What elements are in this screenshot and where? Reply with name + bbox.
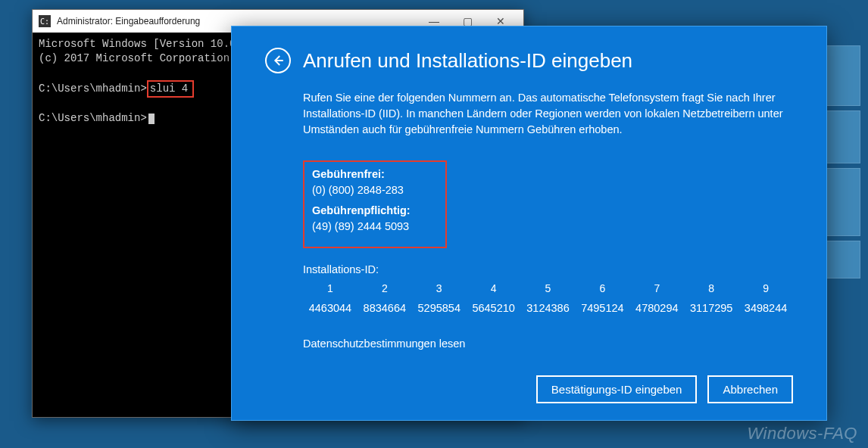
iid-header: 1 <box>303 281 358 296</box>
iid-header: 8 <box>684 281 738 296</box>
cmd-prompt: C:\Users\mhadmin> <box>39 112 147 124</box>
iid-value: 4463044 <box>303 300 358 316</box>
installation-id-table: 1446304428834664352958544564521053124386… <box>303 281 793 316</box>
cmd-icon: C: <box>39 15 51 27</box>
confirm-id-button[interactable]: Bestätigungs-ID eingeben <box>536 375 698 403</box>
cmd-title-text: Administrator: Eingabeaufforderung <box>57 16 417 26</box>
iid-header: 6 <box>575 281 629 296</box>
iid-value: 3124386 <box>521 300 576 316</box>
cmd-command-highlight: slui 4 <box>147 80 194 98</box>
toll-free-label: Gebührenfrei: <box>312 166 438 182</box>
watermark: Windows-FAQ <box>748 424 857 443</box>
iid-value: 7495124 <box>575 300 629 316</box>
back-button[interactable] <box>265 48 291 73</box>
iid-value: 8834664 <box>358 300 412 316</box>
iid-column: 74780294 <box>629 281 684 316</box>
dialog-title: Anrufen und Installations-ID eingeben <box>303 49 632 73</box>
iid-header: 7 <box>629 281 684 296</box>
iid-value: 3117295 <box>684 300 738 316</box>
iid-column: 14463044 <box>303 281 358 316</box>
iid-column: 67495124 <box>575 281 629 316</box>
iid-header: 4 <box>467 281 521 296</box>
iid-column: 93498244 <box>738 281 793 316</box>
activation-dialog: Anrufen und Installations-ID eingeben Ru… <box>231 26 827 421</box>
privacy-link[interactable]: Datenschutzbestimmungen lesen <box>303 336 793 352</box>
dialog-description: Rufen Sie eine der folgenden Nummern an.… <box>303 90 788 138</box>
cursor-icon <box>148 114 155 124</box>
iid-header: 5 <box>521 281 576 296</box>
iid-value: 5645210 <box>467 300 521 316</box>
toll-label: Gebührenpflichtig: <box>312 203 438 219</box>
iid-column: 35295854 <box>412 281 467 316</box>
cancel-button[interactable]: Abbrechen <box>707 375 793 403</box>
cmd-line: Microsoft Windows [Version 10.0. <box>39 38 242 50</box>
toll-free-number: (0) (800) 2848-283 <box>312 182 438 198</box>
installation-id-label: Installations-ID: <box>303 262 793 278</box>
iid-header: 2 <box>358 281 412 296</box>
cmd-prompt: C:\Users\mhadmin> <box>39 82 147 95</box>
iid-header: 9 <box>738 281 793 296</box>
cmd-line: (c) 2017 Microsoft Corporation. <box>39 52 236 64</box>
iid-header: 3 <box>412 281 467 296</box>
iid-column: 28834664 <box>358 281 412 316</box>
iid-value: 4780294 <box>629 300 684 316</box>
iid-column: 53124386 <box>521 281 576 316</box>
iid-column: 45645210 <box>467 281 521 316</box>
phone-numbers-highlight: Gebührenfrei: (0) (800) 2848-283 Gebühre… <box>303 160 447 248</box>
arrow-left-icon <box>271 54 285 67</box>
iid-column: 83117295 <box>684 281 738 316</box>
iid-value: 5295854 <box>412 300 467 316</box>
toll-number: (49) (89) 2444 5093 <box>312 219 438 235</box>
iid-value: 3498244 <box>738 300 793 316</box>
